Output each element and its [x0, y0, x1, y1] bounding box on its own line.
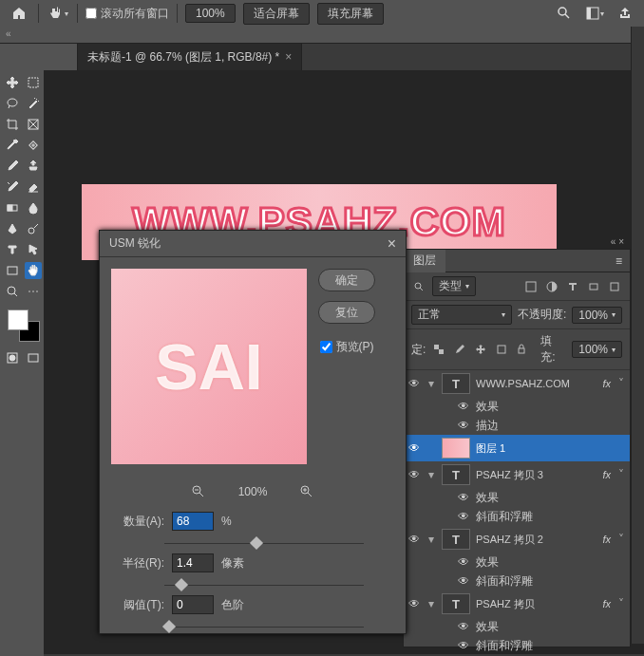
document-tab[interactable]: 未标题-1 @ 66.7% (图层 1, RGB/8#) * ×: [78, 44, 302, 70]
threshold-slider[interactable]: [164, 618, 364, 629]
hand-icon[interactable]: ▾: [47, 3, 69, 24]
fill-input[interactable]: 100%▾: [572, 341, 622, 358]
dodge-tool[interactable]: [25, 220, 42, 237]
type-tool[interactable]: [4, 241, 21, 258]
collapse-chevron-icon[interactable]: «: [6, 28, 11, 39]
zoom-in-icon[interactable]: [295, 481, 318, 502]
layer-effect-row[interactable]: 👁效果: [404, 617, 630, 636]
amount-slider[interactable]: [164, 534, 364, 546]
filter-icon[interactable]: [411, 279, 426, 294]
fx-chevron-icon[interactable]: ˅: [616, 533, 626, 546]
rectangle-tool[interactable]: [4, 262, 21, 279]
healing-tool[interactable]: [25, 137, 42, 154]
clone-stamp-tool[interactable]: [25, 158, 42, 175]
fx-chevron-icon[interactable]: ˅: [616, 597, 626, 610]
right-dock-edge[interactable]: [631, 27, 644, 644]
blur-tool[interactable]: [25, 199, 42, 216]
lock-all-icon[interactable]: [515, 342, 530, 357]
workspace-icon[interactable]: ▾: [583, 3, 606, 24]
scroll-all-windows-checkbox[interactable]: 滚动所有窗口: [85, 6, 169, 22]
filter-shape-icon[interactable]: [586, 279, 601, 294]
expand-chevron-icon[interactable]: ▾: [426, 377, 436, 390]
layer-effect-row[interactable]: 👁描边: [404, 416, 630, 435]
expand-chevron-icon[interactable]: ▾: [426, 597, 436, 610]
amount-input[interactable]: [172, 512, 214, 531]
history-brush-tool[interactable]: [4, 178, 21, 196]
crop-tool[interactable]: [4, 116, 21, 133]
preview-checkbox[interactable]: 预览(P): [320, 339, 374, 355]
opacity-input[interactable]: 100%▾: [572, 307, 622, 324]
visibility-icon[interactable]: 👁: [407, 597, 421, 610]
move-tool[interactable]: [4, 74, 21, 91]
search-icon[interactable]: [553, 3, 576, 24]
fx-badge[interactable]: fx: [602, 534, 611, 545]
radius-slider[interactable]: [164, 576, 364, 588]
expand-chevron-icon[interactable]: ▾: [426, 468, 436, 481]
ok-button[interactable]: 确定: [318, 269, 375, 291]
eyedropper-tool[interactable]: [4, 137, 21, 154]
close-tab-icon[interactable]: ×: [285, 50, 292, 64]
layer-row[interactable]: 👁 ▾ T PSAHZ 拷贝 3 fx ˅: [404, 461, 630, 488]
fx-chevron-icon[interactable]: ˅: [616, 468, 626, 481]
layer-effect-row[interactable]: 👁斜面和浮雕: [404, 572, 630, 590]
fit-screen-button[interactable]: 适合屏幕: [243, 3, 310, 25]
threshold-input[interactable]: [172, 595, 214, 614]
filter-smart-icon[interactable]: [607, 279, 622, 294]
fx-badge[interactable]: fx: [602, 378, 611, 389]
layers-tab[interactable]: 图层: [404, 250, 445, 272]
edit-toolbar[interactable]: ⋯: [25, 283, 42, 300]
layer-row[interactable]: 👁 图层 1: [404, 435, 630, 461]
layer-effect-row[interactable]: 👁效果: [404, 397, 630, 416]
blend-mode-select[interactable]: 正常▾: [411, 305, 512, 325]
layer-row[interactable]: 👁 ▾ T PSAHZ 拷贝 fx ˅: [404, 590, 630, 617]
layer-row[interactable]: 👁 ▾ T PSAHZ 拷贝 2 fx ˅: [404, 526, 630, 553]
screen-mode-tool[interactable]: [25, 349, 42, 366]
lock-transparency-icon[interactable]: [431, 342, 446, 357]
reset-button[interactable]: 复位: [318, 301, 375, 324]
lock-artboard-icon[interactable]: [494, 342, 509, 357]
filter-pixel-icon[interactable]: [523, 279, 539, 294]
layer-effect-row[interactable]: 👁效果: [404, 553, 630, 572]
lock-position-icon[interactable]: [473, 342, 488, 357]
layer-effect-row[interactable]: 👁斜面和浮雕: [404, 507, 630, 526]
fill-screen-button[interactable]: 填充屏幕: [317, 3, 384, 25]
filter-adjust-icon[interactable]: [544, 279, 559, 294]
eraser-tool[interactable]: [25, 178, 42, 196]
fx-badge[interactable]: fx: [602, 469, 611, 480]
layer-effect-row[interactable]: 👁斜面和浮雕: [404, 636, 630, 655]
home-icon[interactable]: [8, 3, 30, 24]
close-dialog-icon[interactable]: ×: [388, 235, 396, 253]
share-icon[interactable]: [614, 3, 636, 24]
fx-badge[interactable]: fx: [602, 598, 611, 609]
fx-chevron-icon[interactable]: ˅: [616, 377, 626, 390]
magic-wand-tool[interactable]: [25, 95, 42, 112]
panel-menu-icon[interactable]: ≡: [608, 254, 630, 268]
color-swatches[interactable]: [4, 308, 42, 346]
quick-mask-tool[interactable]: [4, 349, 21, 366]
lasso-tool[interactable]: [4, 95, 21, 112]
frame-tool[interactable]: [25, 116, 42, 133]
visibility-icon[interactable]: 👁: [407, 441, 421, 455]
visibility-icon[interactable]: 👁: [407, 468, 421, 481]
zoom-level[interactable]: 100%: [185, 4, 236, 23]
radius-input[interactable]: [172, 553, 214, 572]
brush-tool[interactable]: [4, 158, 21, 175]
zoom-tool[interactable]: [4, 283, 21, 300]
gradient-tool[interactable]: [4, 199, 21, 216]
lock-brush-icon[interactable]: [452, 342, 467, 357]
path-selection-tool[interactable]: [25, 241, 42, 258]
expand-chevron-icon[interactable]: ▾: [426, 533, 436, 546]
panel-collapse-icon[interactable]: « ×: [611, 236, 624, 247]
hand-tool[interactable]: [25, 262, 42, 279]
visibility-icon[interactable]: 👁: [407, 533, 421, 546]
layer-row[interactable]: 👁 ▾ T WWW.PSAHZ.COM fx ˅: [404, 370, 630, 397]
preview-thumbnail[interactable]: SAI: [111, 269, 307, 464]
filter-type-select[interactable]: 类型▾: [432, 276, 476, 296]
marquee-tool[interactable]: [25, 74, 42, 91]
pen-tool[interactable]: [4, 220, 21, 237]
visibility-icon[interactable]: 👁: [407, 377, 421, 390]
zoom-out-icon[interactable]: [187, 481, 210, 502]
filter-type-icon[interactable]: [565, 279, 580, 294]
layer-effect-row[interactable]: 👁效果: [404, 488, 630, 507]
foreground-color[interactable]: [8, 309, 28, 330]
